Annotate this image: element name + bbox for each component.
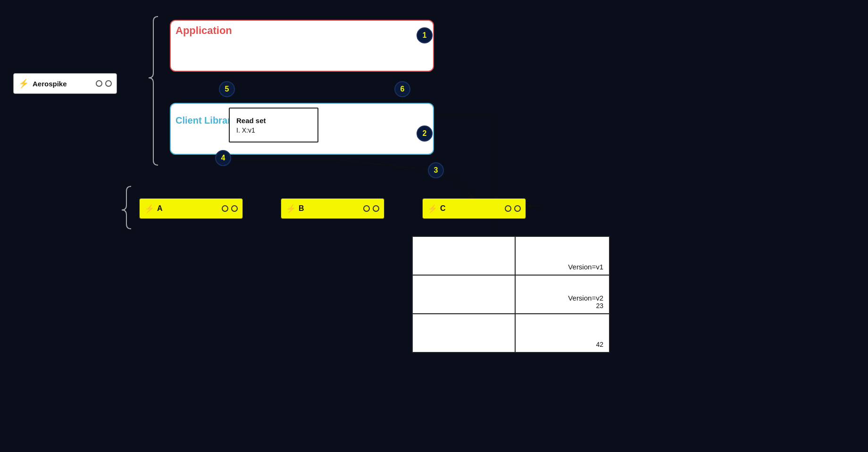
node-b-icon: ⚡ <box>286 204 296 214</box>
step-5: 5 <box>219 81 235 97</box>
node-b-circle-1 <box>363 205 370 212</box>
svg-line-10 <box>330 159 443 171</box>
step-5-label: 5 <box>225 85 229 93</box>
circle-1 <box>96 80 102 87</box>
svg-line-6 <box>443 171 474 198</box>
data-row-2: Version=v2 23 <box>412 275 610 314</box>
node-a-circle-2 <box>231 205 238 212</box>
read-set-title: Read set <box>236 117 311 125</box>
node-a: ⚡ A <box>139 198 243 219</box>
step-1-label: 1 <box>423 31 427 40</box>
node-c-circle-1 <box>505 205 511 212</box>
number-2: 23 <box>596 302 603 310</box>
version-1: Version=v1 <box>568 263 603 271</box>
node-c-icon: ⚡ <box>427 204 437 214</box>
data-cell-2-right: Version=v2 23 <box>516 276 609 313</box>
aerospike-icon: ⚡ <box>18 78 29 89</box>
read-set-content: I. X:v1 <box>236 126 311 134</box>
circle-2 <box>105 80 112 87</box>
node-c-circle-2 <box>514 205 521 212</box>
node-b-label: B <box>299 204 360 213</box>
node-c-label: C <box>440 204 502 213</box>
data-cell-3-right: 42 <box>516 314 609 352</box>
diagram-container: ⚡ Aerospike Application Client Library R… <box>0 0 868 452</box>
data-cell-2-left <box>413 276 516 313</box>
application-label: Application <box>175 25 232 37</box>
step-2: 2 <box>417 126 433 142</box>
step-6-label: 6 <box>401 85 405 93</box>
node-b: ⚡ B <box>281 198 384 219</box>
node-c: ⚡ C <box>422 198 526 219</box>
version-2: Version=v2 <box>568 294 603 302</box>
node-a-circle-1 <box>222 205 228 212</box>
node-c-circles <box>505 205 521 212</box>
data-row-1: Version=v1 <box>412 236 610 276</box>
client-library-label: Client Library <box>175 115 236 126</box>
step-3: 3 <box>428 162 444 178</box>
step-1: 1 <box>417 27 433 43</box>
node-a-circles <box>222 205 238 212</box>
step-2-label: 2 <box>423 129 427 138</box>
step-3-label: 3 <box>434 166 438 175</box>
data-cell-1-left <box>413 237 516 275</box>
node-a-label: A <box>157 204 219 213</box>
read-set-box: Read set I. X:v1 <box>229 108 318 142</box>
data-table: Version=v1 Version=v2 23 42 <box>412 236 610 352</box>
node-a-icon: ⚡ <box>144 204 154 214</box>
number-3: 42 <box>596 341 603 348</box>
aerospike-circles <box>96 80 112 87</box>
data-cell-1-right: Version=v1 <box>516 237 609 275</box>
node-b-circle-2 <box>373 205 379 212</box>
step-4: 4 <box>215 150 231 166</box>
step-4-label: 4 <box>221 154 225 162</box>
aerospike-text: Aerospike <box>33 80 92 88</box>
svg-marker-11 <box>526 204 531 209</box>
data-row-3: 42 <box>412 313 610 353</box>
data-cell-3-left <box>413 314 516 352</box>
arrows-svg <box>0 0 868 452</box>
step-6: 6 <box>394 81 410 97</box>
aerospike-logo: ⚡ Aerospike <box>13 73 117 94</box>
node-b-circles <box>363 205 379 212</box>
